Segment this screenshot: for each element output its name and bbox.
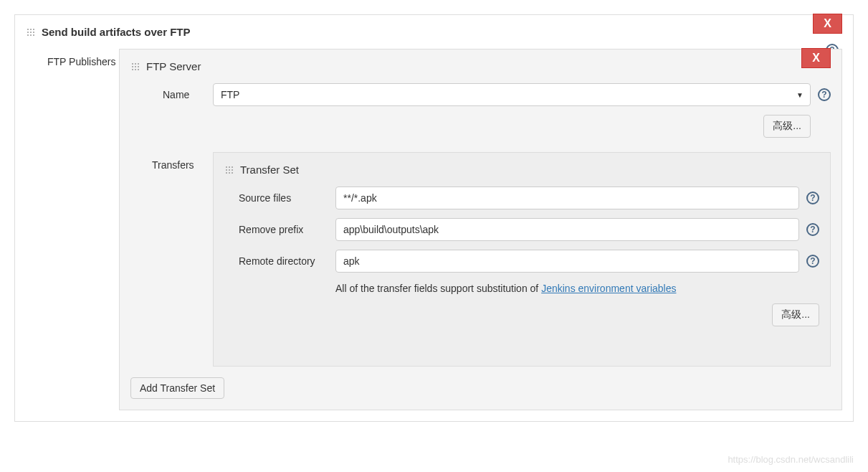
svg-point-6: [27, 34, 29, 36]
svg-point-8: [33, 34, 34, 36]
svg-point-23: [229, 166, 230, 168]
svg-point-13: [138, 63, 139, 65]
publishers-label: FTP Publishers: [26, 49, 119, 410]
svg-point-7: [30, 34, 32, 36]
source-files-input[interactable]: [335, 187, 799, 209]
svg-point-17: [132, 69, 133, 70]
svg-point-29: [229, 172, 230, 174]
svg-text:?: ?: [821, 90, 826, 100]
help-icon[interactable]: ?: [818, 88, 831, 101]
substitution-note: All of the transfer fields support subst…: [335, 281, 819, 296]
remote-directory-label: Remote directory: [224, 255, 335, 267]
section-title: Send build artifacts over FTP: [42, 26, 191, 38]
ftp-server-panel: X FTP Server Name FTP: [119, 49, 842, 410]
svg-point-18: [135, 69, 136, 70]
remove-prefix-input[interactable]: [335, 218, 799, 241]
transfer-set-title: Transfer Set: [240, 164, 299, 176]
transfers-label: Transfers: [130, 152, 213, 367]
svg-point-22: [226, 166, 227, 168]
remove-prefix-label: Remove prefix: [224, 224, 335, 235]
env-vars-link[interactable]: Jenkins environment variables: [541, 283, 676, 294]
advanced-button-server[interactable]: 高级...: [763, 115, 811, 138]
close-button-inner[interactable]: X: [801, 48, 831, 68]
help-icon[interactable]: ?: [806, 255, 819, 268]
svg-point-16: [138, 66, 139, 67]
ftp-server-title: FTP Server: [146, 60, 201, 72]
svg-point-28: [226, 172, 227, 174]
svg-point-14: [132, 66, 133, 67]
transfer-set-header: Transfer Set: [224, 164, 819, 176]
drag-handle-icon[interactable]: [26, 27, 36, 37]
svg-point-26: [229, 169, 230, 171]
svg-point-15: [135, 66, 136, 67]
source-files-label: Source files: [224, 192, 335, 204]
help-icon[interactable]: ?: [806, 223, 819, 236]
svg-text:?: ?: [810, 256, 815, 266]
svg-point-24: [232, 166, 233, 168]
name-select[interactable]: FTP: [213, 83, 811, 106]
svg-point-3: [27, 32, 29, 33]
svg-text:?: ?: [810, 193, 815, 203]
remote-directory-input[interactable]: [335, 250, 799, 273]
transfer-set-panel: Transfer Set Source files ? Remove prefi…: [213, 152, 831, 367]
svg-point-25: [226, 169, 227, 171]
svg-point-4: [30, 32, 32, 33]
close-button-outer[interactable]: X: [813, 14, 842, 34]
build-step-panel: X Send build artifacts over FTP ? FTP Pu…: [14, 14, 854, 422]
svg-point-0: [27, 29, 29, 30]
svg-point-1: [30, 29, 32, 30]
drag-handle-icon[interactable]: [224, 165, 234, 175]
svg-point-11: [132, 63, 133, 65]
ftp-server-header: FTP Server: [130, 60, 831, 72]
svg-point-2: [33, 29, 34, 30]
svg-text:?: ?: [810, 225, 815, 235]
add-transfer-set-button[interactable]: Add Transfer Set: [130, 377, 224, 399]
name-label: Name: [130, 89, 213, 100]
svg-point-5: [33, 32, 34, 33]
help-icon[interactable]: ?: [806, 192, 819, 204]
section-header: Send build artifacts over FTP: [26, 26, 842, 38]
svg-point-12: [135, 63, 136, 65]
svg-point-27: [232, 169, 233, 171]
svg-point-30: [232, 172, 233, 174]
advanced-button-transfer[interactable]: 高级...: [772, 303, 819, 326]
drag-handle-icon[interactable]: [130, 62, 140, 72]
svg-point-19: [138, 69, 139, 70]
